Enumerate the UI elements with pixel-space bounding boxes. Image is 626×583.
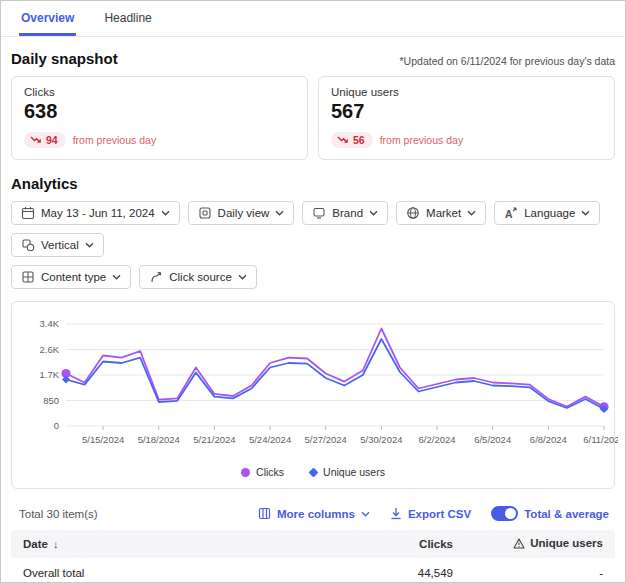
chevron-down-icon bbox=[85, 242, 94, 248]
unique-users-delta-suffix: from previous day bbox=[380, 134, 463, 146]
vertical-icon bbox=[21, 238, 35, 252]
clicks-card-value: 638 bbox=[24, 100, 295, 123]
tab-overview[interactable]: Overview bbox=[19, 11, 76, 36]
market-filter[interactable]: Market bbox=[396, 201, 486, 225]
language-icon: A bbox=[504, 206, 518, 220]
market-label: Market bbox=[426, 207, 461, 219]
view-granularity-filter[interactable]: Daily view bbox=[188, 201, 295, 225]
download-icon bbox=[390, 507, 402, 520]
x-axis-label: 6/2/2024 bbox=[419, 434, 456, 445]
analytics-chart: 08501.7K2.6K3.4K5/15/20245/18/20245/21/2… bbox=[18, 314, 618, 460]
vertical-label: Vertical bbox=[41, 239, 79, 251]
total-average-toggle[interactable] bbox=[491, 506, 518, 521]
sort-descending-icon: ↓ bbox=[53, 538, 59, 550]
items-count: Total 30 item(s) bbox=[19, 508, 98, 520]
tab-headline[interactable]: Headline bbox=[102, 11, 153, 36]
x-axis-label: 5/24/2024 bbox=[249, 434, 291, 445]
chevron-down-icon bbox=[361, 511, 370, 517]
y-axis-label: 1.7K bbox=[39, 369, 59, 380]
view-granularity-label: Daily view bbox=[218, 207, 270, 219]
unique-users-card: Unique users 567 56 from previous day bbox=[318, 76, 615, 160]
y-axis-label: 2.6K bbox=[39, 344, 59, 355]
analytics-dashboard: Overview Headline Daily snapshot *Update… bbox=[0, 0, 626, 583]
legend-label: Unique users bbox=[323, 466, 385, 478]
x-axis-label: 5/21/2024 bbox=[193, 434, 235, 445]
unique-users-card-value: 567 bbox=[331, 100, 602, 123]
x-axis-label: 6/8/2024 bbox=[530, 434, 567, 445]
date-range-label: May 13 - Jun 11, 2024 bbox=[41, 207, 155, 219]
filter-row-1: May 13 - Jun 11, 2024 Daily view Brand M… bbox=[11, 201, 615, 257]
diamond-marker-icon bbox=[309, 467, 319, 477]
total-average-label: Total & average bbox=[524, 508, 609, 520]
content-type-icon bbox=[21, 270, 35, 284]
brand-icon bbox=[312, 206, 326, 220]
x-axis-label: 5/30/2024 bbox=[360, 434, 402, 445]
globe-icon bbox=[406, 206, 420, 220]
column-header-date[interactable]: Date↓ bbox=[23, 538, 333, 550]
column-header-clicks[interactable]: Clicks bbox=[333, 538, 453, 550]
chart-legend: ClicksUnique users bbox=[18, 466, 608, 478]
date-range-filter[interactable]: May 13 - Jun 11, 2024 bbox=[11, 201, 180, 225]
row-label: Overall total bbox=[23, 567, 333, 579]
circle-marker-icon bbox=[241, 468, 250, 477]
clicks-card-label: Clicks bbox=[24, 86, 295, 98]
more-columns-label: More columns bbox=[277, 508, 355, 520]
trend-down-icon bbox=[337, 136, 349, 145]
click-source-filter[interactable]: Click source bbox=[139, 265, 257, 289]
chevron-down-icon bbox=[112, 274, 121, 280]
chevron-down-icon bbox=[369, 210, 378, 216]
export-csv-button[interactable]: Export CSV bbox=[390, 507, 471, 520]
chevron-down-icon bbox=[275, 210, 284, 216]
vertical-filter[interactable]: Vertical bbox=[11, 233, 104, 257]
chevron-down-icon bbox=[581, 210, 590, 216]
legend-item-unique-users[interactable]: Unique users bbox=[310, 466, 385, 478]
content-type-filter[interactable]: Content type bbox=[11, 265, 131, 289]
click-source-icon bbox=[149, 270, 163, 284]
analytics-chart-card: 08501.7K2.6K3.4K5/15/20245/18/20245/21/2… bbox=[11, 301, 615, 489]
chevron-down-icon bbox=[238, 274, 247, 280]
svg-text:A: A bbox=[505, 208, 513, 220]
row-unique-users: - bbox=[453, 567, 603, 579]
chevron-down-icon bbox=[161, 210, 170, 216]
brand-filter[interactable]: Brand bbox=[302, 201, 388, 225]
snapshot-cards: Clicks 638 94 from previous day Unique u… bbox=[11, 76, 615, 160]
brand-label: Brand bbox=[332, 207, 363, 219]
legend-label: Clicks bbox=[256, 466, 284, 478]
x-axis-label: 5/18/2024 bbox=[138, 434, 180, 445]
trend-down-icon bbox=[30, 136, 42, 145]
language-filter[interactable]: A Language bbox=[494, 201, 600, 225]
filter-row-2: Content type Click source bbox=[11, 265, 615, 289]
y-axis-label: 0 bbox=[54, 420, 59, 431]
click-source-label: Click source bbox=[169, 271, 232, 283]
row-clicks: 44,549 bbox=[333, 567, 453, 579]
y-axis-label: 850 bbox=[43, 395, 59, 406]
content-type-label: Content type bbox=[41, 271, 106, 283]
clicks-card: Clicks 638 94 from previous day bbox=[11, 76, 308, 160]
analytics-table: Date↓ Clicks Unique users Overall total … bbox=[11, 530, 615, 583]
column-header-unique-users[interactable]: Unique users bbox=[453, 537, 603, 551]
x-axis-label: 5/27/2024 bbox=[305, 434, 347, 445]
x-axis-label: 6/11/2024 bbox=[583, 434, 618, 445]
total-average-toggle-group: Total & average bbox=[491, 506, 609, 521]
unique-users-card-label: Unique users bbox=[331, 86, 602, 98]
view-icon bbox=[198, 206, 212, 220]
analytics-title: Analytics bbox=[11, 175, 615, 192]
clicks-line bbox=[66, 329, 604, 407]
calendar-icon bbox=[21, 206, 35, 220]
warning-icon bbox=[513, 538, 525, 549]
more-columns-button[interactable]: More columns bbox=[258, 507, 370, 520]
y-axis-label: 3.4K bbox=[39, 318, 59, 329]
legend-item-clicks[interactable]: Clicks bbox=[241, 466, 284, 478]
x-axis-label: 5/15/2024 bbox=[82, 434, 124, 445]
tab-bar: Overview Headline bbox=[1, 1, 625, 37]
columns-icon bbox=[258, 507, 271, 520]
x-axis-label: 6/5/2024 bbox=[474, 434, 511, 445]
table-row-overall-total[interactable]: Overall total 44,549 - bbox=[11, 558, 615, 583]
language-label: Language bbox=[524, 207, 575, 219]
updated-note: *Updated on 6/11/2024 for previous day's… bbox=[400, 55, 615, 67]
chevron-down-icon bbox=[467, 210, 476, 216]
unique-users-delta-badge: 56 bbox=[331, 132, 373, 148]
clicks-delta-badge: 94 bbox=[24, 132, 66, 148]
daily-snapshot-title: Daily snapshot bbox=[11, 50, 118, 67]
clicks-delta-suffix: from previous day bbox=[73, 134, 156, 146]
